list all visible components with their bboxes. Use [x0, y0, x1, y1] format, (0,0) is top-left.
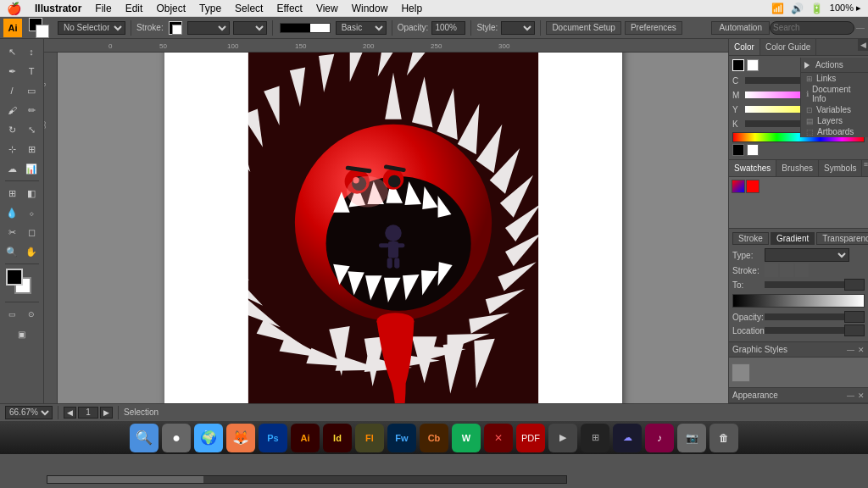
white-swatch[interactable]: [747, 144, 759, 156]
basic-dropdown[interactable]: Basic: [336, 21, 387, 35]
layers-item[interactable]: ▤ Layers: [801, 115, 868, 126]
menu-object[interactable]: Object: [156, 3, 186, 14]
paintbrush-tool[interactable]: 🖌: [3, 101, 21, 119]
swatches-tab[interactable]: Swatches: [729, 160, 776, 176]
dock-itunes[interactable]: ♪: [645, 424, 674, 452]
draw-inside-mode[interactable]: ⊙: [22, 305, 41, 324]
artboard[interactable]: [164, 53, 622, 403]
dock-flash[interactable]: Fl: [355, 424, 384, 452]
stroke-style-dropdown[interactable]: [187, 21, 230, 35]
blend-tool[interactable]: ⬦: [22, 203, 41, 222]
page-number[interactable]: [78, 407, 98, 419]
dock-fireworks[interactable]: Fw: [387, 424, 416, 452]
dock-word[interactable]: W: [452, 424, 481, 452]
document-info-item[interactable]: ℹ Document Info: [801, 84, 868, 104]
symbol-sprayer-tool[interactable]: ☁: [3, 159, 21, 178]
scissors-tool[interactable]: ✂: [3, 223, 21, 241]
gradient-tool[interactable]: ◧: [22, 184, 41, 202]
pencil-tool[interactable]: ✏: [22, 101, 41, 119]
grad-location-input[interactable]: [844, 324, 865, 336]
next-page-btn[interactable]: ▶: [100, 407, 113, 419]
free-transform-tool[interactable]: ⊞: [22, 140, 41, 158]
stroke-weight-dropdown[interactable]: [233, 21, 267, 35]
stroke-grad-tab[interactable]: Stroke: [732, 232, 769, 245]
red-swatch[interactable]: [746, 180, 760, 193]
brushes-tab[interactable]: Brushes: [776, 160, 819, 176]
gradient-preview-bar[interactable]: [732, 294, 865, 308]
grad-stroke-opt2[interactable]: [780, 263, 793, 277]
style-dropdown[interactable]: [501, 21, 535, 35]
dock-firefox[interactable]: 🦊: [226, 424, 255, 452]
graphic-style-item[interactable]: [732, 363, 750, 382]
eraser-tool[interactable]: ◻: [22, 223, 41, 241]
black-swatch[interactable]: [732, 144, 744, 156]
dock-camera[interactable]: 📷: [677, 424, 706, 452]
column-graph-tool[interactable]: 📊: [22, 159, 41, 178]
bg-color-swatch[interactable]: [747, 59, 759, 71]
dock-photoshop[interactable]: Ps: [259, 424, 287, 452]
pen-tool[interactable]: ✒: [3, 62, 21, 80]
zoom-tool[interactable]: 🔍: [3, 242, 21, 261]
menu-effect[interactable]: Effect: [276, 3, 302, 14]
artboards-item[interactable]: ⬚ Artboards: [801, 126, 868, 137]
fill-stroke-indicator[interactable]: [29, 18, 53, 38]
prev-page-btn[interactable]: ◀: [64, 407, 76, 419]
opacity-input[interactable]: [431, 21, 465, 35]
grad-type-select[interactable]: [765, 248, 849, 262]
swatches-content[interactable]: [729, 177, 868, 228]
dock-unknown3[interactable]: ⊞: [581, 424, 609, 452]
actions-section-header[interactable]: Actions: [801, 58, 868, 73]
hand-tool[interactable]: ✋: [22, 242, 41, 261]
color-guide-tab[interactable]: Color Guide: [760, 39, 816, 55]
eyedropper-tool[interactable]: 💧: [3, 203, 21, 222]
menu-edit[interactable]: Edit: [125, 3, 143, 14]
change-screen-mode[interactable]: ▣: [13, 324, 31, 343]
menu-view[interactable]: View: [316, 3, 338, 14]
menu-select[interactable]: Select: [235, 3, 263, 14]
apple-menu[interactable]: 🍎: [7, 2, 21, 15]
fg-color-swatch[interactable]: [732, 59, 744, 71]
grad-stroke-opt1[interactable]: [765, 263, 778, 277]
dock-unknown1[interactable]: ●: [162, 424, 191, 452]
type-tool[interactable]: T: [22, 62, 41, 80]
warp-tool[interactable]: ⊹: [3, 140, 21, 158]
dock-illustrator[interactable]: Ai: [291, 424, 320, 452]
fill-color-box[interactable]: [6, 269, 23, 286]
search-input[interactable]: [770, 21, 854, 35]
gradient-grad-tab[interactable]: Gradient: [771, 232, 815, 245]
preferences-button[interactable]: Preferences: [625, 21, 682, 35]
grad-to-slider[interactable]: [765, 281, 844, 288]
grad-opacity-slider[interactable]: [765, 313, 844, 320]
variables-item[interactable]: ⊡ Variables: [801, 104, 868, 115]
grad-to-input[interactable]: [844, 279, 865, 291]
selection-tool[interactable]: ↖: [3, 42, 21, 61]
appearance-close[interactable]: ✕: [858, 391, 865, 400]
direct-selection-tool[interactable]: ↕: [22, 42, 41, 61]
default-swatch[interactable]: [732, 180, 745, 193]
symbols-tab[interactable]: Symbols: [819, 160, 862, 176]
mesh-tool[interactable]: ⊞: [3, 184, 21, 202]
rotate-tool[interactable]: ↻: [3, 120, 21, 139]
menu-file[interactable]: File: [95, 3, 111, 14]
menu-window[interactable]: Window: [352, 3, 388, 14]
dock-x[interactable]: ✕: [484, 424, 513, 452]
dock-finder[interactable]: 🔍: [130, 424, 159, 452]
color-tab[interactable]: Color: [729, 39, 760, 55]
transparency-grad-tab[interactable]: Transparency: [816, 232, 868, 245]
dock-contribute[interactable]: Cb: [420, 424, 448, 452]
dock-safari[interactable]: 🌍: [194, 424, 223, 452]
dock-pdf[interactable]: PDF: [516, 424, 545, 452]
menu-help[interactable]: Help: [401, 3, 422, 14]
horizontal-scrollbar[interactable]: [47, 475, 567, 484]
grad-opacity-input[interactable]: [844, 311, 865, 323]
scale-tool[interactable]: ⤡: [22, 120, 41, 139]
automation-button[interactable]: Automation: [711, 21, 770, 35]
grad-stroke-opt3[interactable]: [795, 263, 809, 277]
line-tool[interactable]: /: [3, 81, 21, 100]
dock-unknown4[interactable]: ☁: [613, 424, 642, 452]
graphic-styles-content[interactable]: [729, 358, 868, 387]
menu-illustrator[interactable]: Illustrator: [35, 3, 81, 14]
rect-tool[interactable]: ▭: [22, 81, 41, 100]
doc-setup-button[interactable]: Document Setup: [546, 21, 621, 35]
dock-unknown2[interactable]: ▶: [548, 424, 577, 452]
